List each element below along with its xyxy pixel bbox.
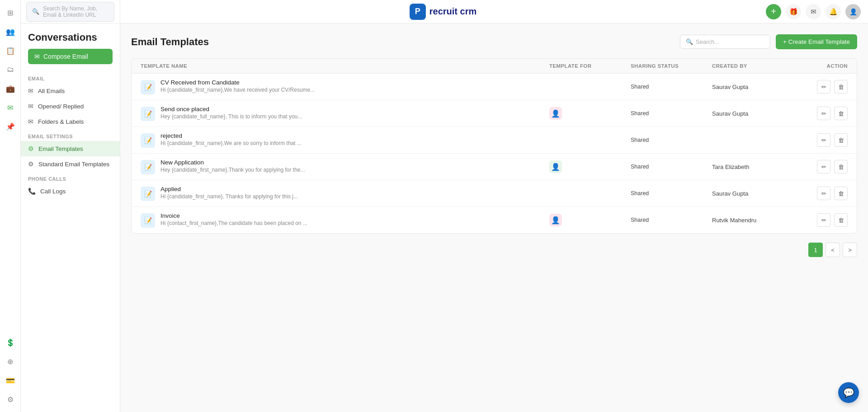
action-cell: ✏ 🗑 — [793, 133, 848, 147]
col-template-name: TEMPLATE NAME — [141, 63, 549, 69]
table-row: 📝 CV Received from Candidate Hi {candida… — [132, 74, 857, 100]
template-name-cell: 📝 CV Received from Candidate Hi {candida… — [141, 79, 549, 94]
sharing-status: Shared — [631, 190, 712, 197]
rail-card-icon[interactable]: 💳 — [2, 372, 19, 389]
search-icon-2: 🔍 — [686, 38, 693, 45]
rail-jobs-icon[interactable]: 🗂 — [2, 61, 19, 78]
delete-button[interactable]: 🗑 — [834, 80, 848, 94]
col-sharing-status: SHARING STATUS — [631, 63, 712, 69]
email-icon-button[interactable]: ✉ — [806, 4, 821, 19]
template-name: Applied — [160, 186, 298, 192]
template-name-cell: 📝 Invoice Hi {contact_first_name},The ca… — [141, 212, 549, 228]
candidate-icon: 👤 — [549, 160, 562, 173]
rail-plus-circle-icon[interactable]: ⊕ — [2, 353, 19, 370]
rail-bag-icon[interactable]: 💼 — [2, 80, 19, 97]
template-name: Invoice — [160, 212, 307, 219]
delete-button[interactable]: 🗑 — [834, 133, 848, 147]
bell-icon-button[interactable]: 🔔 — [826, 4, 841, 19]
pagination: 1 < > — [131, 243, 857, 257]
create-email-template-button[interactable]: + Create Email Template — [776, 34, 857, 49]
next-page-button[interactable]: > — [843, 243, 857, 257]
action-cell: ✏ 🗑 — [793, 213, 848, 227]
action-cell: ✏ 🗑 — [793, 187, 848, 200]
template-icon: 📝 — [141, 213, 155, 228]
template-name: CV Received from Candidate — [160, 79, 315, 86]
email-templates-table: TEMPLATE NAME TEMPLATE FOR SHARING STATU… — [131, 58, 857, 234]
sidebar: 🔍 Search By Name, Job, Email & LinkedIn … — [21, 0, 120, 412]
sidebar-item-email-templates[interactable]: ⚙ Email Templates — [21, 141, 120, 156]
topbar: P recruit crm + 🎁 ✉ 🔔 👤 — [120, 0, 868, 23]
edit-button[interactable]: ✏ — [817, 213, 830, 227]
edit-button[interactable]: ✏ — [817, 133, 830, 147]
sharing-status: Shared — [631, 84, 712, 90]
created-by: Tara Elizabeth — [712, 164, 793, 170]
mail-icon-3: ✉ — [28, 118, 33, 125]
delete-button[interactable]: 🗑 — [834, 160, 848, 173]
sidebar-item-call-logs[interactable]: 📞 Call Logs — [21, 183, 120, 199]
gear-icon-2: ⚙ — [28, 160, 34, 168]
col-template-for: TEMPLATE FOR — [549, 63, 631, 69]
user-avatar[interactable]: 👤 — [845, 4, 861, 19]
page-title: Email Templates — [131, 36, 209, 48]
edit-button[interactable]: ✏ — [817, 160, 830, 173]
prev-page-button[interactable]: < — [826, 243, 840, 257]
template-name-cell: 📝 rejected Hi {candidate_first_name},We … — [141, 132, 549, 148]
sidebar-item-opened-replied[interactable]: ✉ Opened/ Replied — [21, 98, 120, 114]
rail-docs-icon[interactable]: 📋 — [2, 42, 19, 59]
search-icon: 🔍 — [32, 8, 39, 15]
page-1-button[interactable]: 1 — [808, 243, 823, 257]
sidebar-item-all-emails[interactable]: ✉ All Emails — [21, 83, 120, 98]
edit-button[interactable]: ✏ — [817, 80, 830, 94]
action-cell: ✏ 🗑 — [793, 160, 848, 173]
template-icon: 📝 — [141, 160, 155, 174]
sharing-status: Shared — [631, 137, 712, 143]
sharing-status: Shared — [631, 164, 712, 170]
contact-icon: 👤 — [549, 107, 562, 120]
template-name: Send once placed — [160, 106, 302, 112]
template-name-cell: 📝 Applied Hi {candidate_first_name}, Tha… — [141, 186, 549, 201]
template-icon: 📝 — [141, 187, 155, 201]
email-section-label: EMAIL — [21, 71, 120, 83]
created-by: Saurav Gupta — [712, 110, 793, 117]
template-for: 👤 — [549, 214, 631, 226]
table-row: 📝 Applied Hi {candidate_first_name}, Tha… — [132, 180, 857, 207]
template-name: rejected — [160, 132, 302, 139]
rail-settings-icon[interactable]: ⚙ — [2, 391, 19, 407]
table-row: 📝 Invoice Hi {contact_first_name},The ca… — [132, 207, 857, 233]
edit-button[interactable]: ✏ — [817, 107, 830, 120]
logo-icon: P — [410, 4, 426, 20]
rail-contacts-icon[interactable]: 👥 — [2, 23, 19, 40]
add-new-button[interactable]: + — [766, 4, 781, 19]
template-preview: Hey {candidate_full_name}, This is to in… — [160, 113, 302, 120]
template-preview: Hi {candidate_first_name},We have receiv… — [160, 87, 315, 93]
rail-home-icon[interactable]: ⊞ — [2, 5, 19, 21]
template-name: New Application — [160, 159, 305, 166]
rail-mail-icon[interactable]: ✉ — [2, 99, 19, 116]
search-placeholder: Search By Name, Job, Email & LinkedIn UR… — [43, 5, 108, 18]
delete-button[interactable]: 🗑 — [834, 107, 848, 120]
delete-button[interactable]: 🗑 — [834, 213, 848, 227]
gear-icon-1: ⚙ — [28, 145, 34, 152]
delete-button[interactable]: 🗑 — [834, 187, 848, 200]
table-row: 📝 Send once placed Hey {candidate_full_n… — [132, 100, 857, 127]
table-header: TEMPLATE NAME TEMPLATE FOR SHARING STATU… — [132, 59, 857, 74]
rail-note-icon[interactable]: 📌 — [2, 118, 19, 135]
header-right: 🔍 Search... + Create Email Template — [680, 34, 857, 49]
mail-icon: ✉ — [28, 87, 33, 94]
rail-dollar-icon[interactable]: 💲 — [2, 334, 19, 351]
sharing-status: Shared — [631, 217, 712, 223]
chat-bubble[interactable]: 💬 — [838, 382, 859, 403]
sidebar-item-standard-email-templates[interactable]: ⚙ Standard Email Templates — [21, 156, 120, 172]
compose-email-button[interactable]: ✉ Compose Email — [28, 49, 113, 64]
mail-icon-2: ✉ — [28, 103, 33, 110]
template-search-input[interactable]: 🔍 Search... — [680, 35, 770, 49]
global-search-bar[interactable]: 🔍 Search By Name, Job, Email & LinkedIn … — [26, 2, 114, 22]
table-row: 📝 rejected Hi {candidate_first_name},We … — [132, 127, 857, 154]
edit-button[interactable]: ✏ — [817, 187, 830, 200]
col-created-by: CREATED BY — [712, 63, 793, 69]
topbar-actions: + 🎁 ✉ 🔔 👤 — [766, 4, 861, 19]
sidebar-item-folders-labels[interactable]: ✉ Folders & Labels — [21, 114, 120, 129]
page-header: Email Templates 🔍 Search... + Create Ema… — [131, 34, 857, 49]
phone-icon: 📞 — [28, 187, 36, 195]
gift-icon-button[interactable]: 🎁 — [786, 4, 801, 19]
